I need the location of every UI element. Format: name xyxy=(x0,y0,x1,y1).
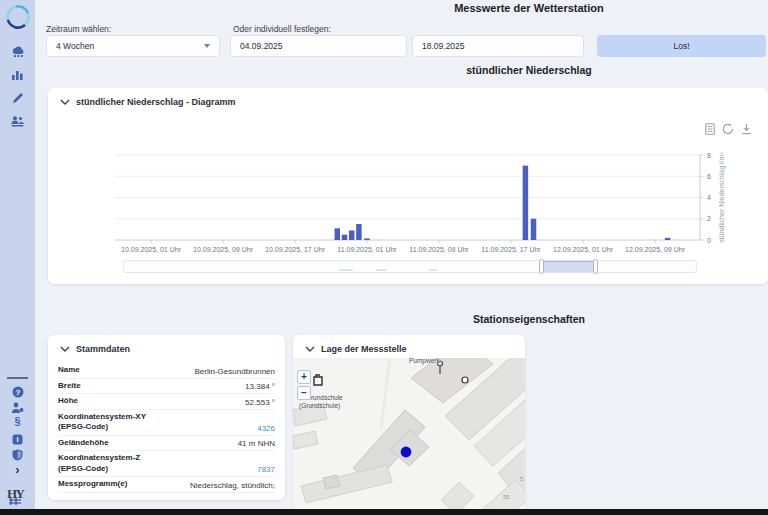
svg-text:11.09.2025, 17 Uhr: 11.09.2025, 17 Uhr xyxy=(481,246,541,253)
imprint-icon[interactable]: i xyxy=(0,431,35,447)
bottom-bar xyxy=(0,509,768,515)
stammdaten-table: NameBerlin-GesundbrunnenBreite13.384 °Hö… xyxy=(58,363,275,493)
map-zoom-in-button[interactable]: + xyxy=(297,370,311,384)
row-value: 13.384 ° xyxy=(245,382,275,391)
map-tiles xyxy=(293,358,525,509)
svg-text:12.09.2025, 09 Uhr: 12.09.2025, 09 Uhr xyxy=(625,246,686,253)
date-from-value: 04.09.2025 xyxy=(240,41,283,51)
row-value: Niederschlag, stündlich; xyxy=(190,481,275,490)
row-label: Koordinatensystem-XY (EPSG-Code) xyxy=(58,412,146,433)
bar-10.09.2025, 22 Uhr xyxy=(335,228,341,240)
map-zoom-out-button[interactable]: − xyxy=(297,386,311,400)
svg-text:11.09.2025, 01 Uhr: 11.09.2025, 01 Uhr xyxy=(337,246,397,253)
stammdaten-panel: Stammdaten NameBerlin-GesundbrunnenBreit… xyxy=(48,335,285,500)
svg-text:10.09.2025, 17 Uhr: 10.09.2025, 17 Uhr xyxy=(265,246,326,253)
table-row: Koordinatensystem-Z (EPSG-Code)7837 xyxy=(58,451,275,477)
period-select[interactable]: 4 Wochen xyxy=(46,35,220,57)
map-panel-title: Lage der Messstelle xyxy=(321,344,407,354)
app-logo[interactable] xyxy=(3,2,33,32)
chart-zoom-selection[interactable] xyxy=(542,261,595,272)
table-row: Messprogramm(e)Niederschlag, stündlich; xyxy=(58,477,275,493)
sidebar: ? § i › HY xyxy=(0,0,35,509)
page-title: Messwerte der Wetterstation xyxy=(454,2,604,14)
svg-text:6: 6 xyxy=(707,173,711,180)
date-to-value: 18.09.2025 xyxy=(422,41,465,51)
row-label: Koordinatensystem-Z (EPSG-Code) xyxy=(58,453,140,474)
stammdaten-panel-header[interactable]: Stammdaten xyxy=(60,344,130,354)
svg-text:?: ? xyxy=(15,388,20,397)
stations-icon[interactable] xyxy=(0,43,35,59)
row-label: Höhe xyxy=(58,396,78,407)
bar-10.09.2025, 23 Uhr xyxy=(342,235,348,240)
zoom-handle-left[interactable] xyxy=(539,259,544,274)
footer-logo: HY xyxy=(4,484,32,506)
map-panel-header[interactable]: Lage der Messstelle xyxy=(305,344,407,354)
sidebar-divider xyxy=(7,377,28,379)
map-house-number: 55 xyxy=(503,494,510,500)
row-value: Berlin-Gesundbrunnen xyxy=(195,367,276,376)
bar-chart-icon[interactable] xyxy=(0,67,35,83)
stammdaten-panel-title: Stammdaten xyxy=(76,344,130,354)
chevron-down-icon xyxy=(204,44,210,48)
user-settings-icon[interactable] xyxy=(0,400,35,416)
table-row: Geländehöhe41 m NHN xyxy=(58,436,275,452)
precipitation-bar-chart: 10.09.2025, 01 Uhr10.09.2025, 09 Uhr10.0… xyxy=(48,88,768,284)
epsg-code-link[interactable]: 7837 xyxy=(257,465,275,474)
table-row: Koordinatensystem-XY (EPSG-Code)4326 xyxy=(58,410,275,436)
station-marker[interactable] xyxy=(399,445,413,459)
bar-11.09.2025, 18 Uhr xyxy=(523,166,529,240)
table-row: NameBerlin-Gesundbrunnen xyxy=(58,363,275,379)
chevron-down-icon xyxy=(60,346,70,352)
map-viewport[interactable]: Pumpwerk H-Grundschule (Grundschule) 55 … xyxy=(293,358,525,509)
svg-text:4: 4 xyxy=(707,194,711,201)
map-label-pumpwerk: Pumpwerk xyxy=(409,358,440,364)
paragraph-icon[interactable]: § xyxy=(0,415,35,431)
row-label: Messprogramm(e) xyxy=(58,479,127,490)
bar-12.09.2025, 10 Uhr xyxy=(665,238,671,240)
table-row: Breite13.384 ° xyxy=(58,379,275,395)
date-from-input[interactable]: 04.09.2025 xyxy=(230,35,407,57)
bar-11.09.2025, 00 Uhr xyxy=(349,230,355,240)
svg-text:10.09.2025, 01 Uhr: 10.09.2025, 01 Uhr xyxy=(121,246,182,253)
svg-text:11.09.2025, 09 Uhr: 11.09.2025, 09 Uhr xyxy=(409,246,469,253)
custom-range-label: Oder individuell festlegen: xyxy=(233,24,331,34)
help-icon[interactable]: ? xyxy=(0,384,35,400)
svg-text:12.09.2025, 01 Uhr: 12.09.2025, 01 Uhr xyxy=(553,246,614,253)
chevron-down-icon xyxy=(305,346,315,352)
submit-button[interactable]: Los! xyxy=(597,35,766,57)
privacy-icon[interactable] xyxy=(0,447,35,463)
section-title-station: Stationseigenschaften xyxy=(473,313,585,325)
map-label-school-2: (Grundschule) xyxy=(299,402,340,409)
svg-text:i: i xyxy=(16,435,18,444)
users-icon[interactable] xyxy=(0,114,35,130)
row-label: Name xyxy=(58,365,80,376)
date-to-input[interactable]: 18.09.2025 xyxy=(412,35,584,57)
zoom-handle-right[interactable] xyxy=(593,259,598,274)
section-title-precipitation: stündlicher Niederschlag xyxy=(466,64,591,76)
bar-11.09.2025, 01 Uhr xyxy=(356,224,362,240)
svg-text:8: 8 xyxy=(707,152,711,159)
row-value: 41 m NHN xyxy=(238,439,275,448)
row-label: Breite xyxy=(58,381,81,392)
svg-text:0: 0 xyxy=(707,237,711,244)
map-zoom-controls: + − xyxy=(297,370,311,402)
row-label: Geländehöhe xyxy=(58,438,109,449)
sidebar-expand-icon[interactable]: › xyxy=(0,462,35,477)
edit-icon[interactable] xyxy=(0,91,35,107)
svg-text:2: 2 xyxy=(707,215,711,222)
period-select-value: 4 Wochen xyxy=(56,41,94,51)
row-value: 52.553 ° xyxy=(245,398,275,407)
chart-panel: stündlicher Niederschlag - Diagramm xyxy=(48,88,768,284)
app-window: ? § i › HY M xyxy=(0,0,768,515)
epsg-code-link[interactable]: 4326 xyxy=(257,424,275,433)
map-panel: Lage der Messstelle xyxy=(293,335,525,509)
map-house-number-2: 5 xyxy=(520,476,523,482)
table-row: Höhe52.553 ° xyxy=(58,394,275,410)
period-select-label: Zeitraum wählen: xyxy=(46,24,111,34)
svg-text:10.09.2025, 09 Uhr: 10.09.2025, 09 Uhr xyxy=(193,246,254,253)
chart-zoom-track[interactable] xyxy=(123,260,697,273)
bar-11.09.2025, 02 Uhr xyxy=(364,238,370,240)
bar-11.09.2025, 19 Uhr xyxy=(531,219,537,240)
svg-text:stündlicher Niederschlag l/m²: stündlicher Niederschlag l/m² xyxy=(718,152,726,243)
